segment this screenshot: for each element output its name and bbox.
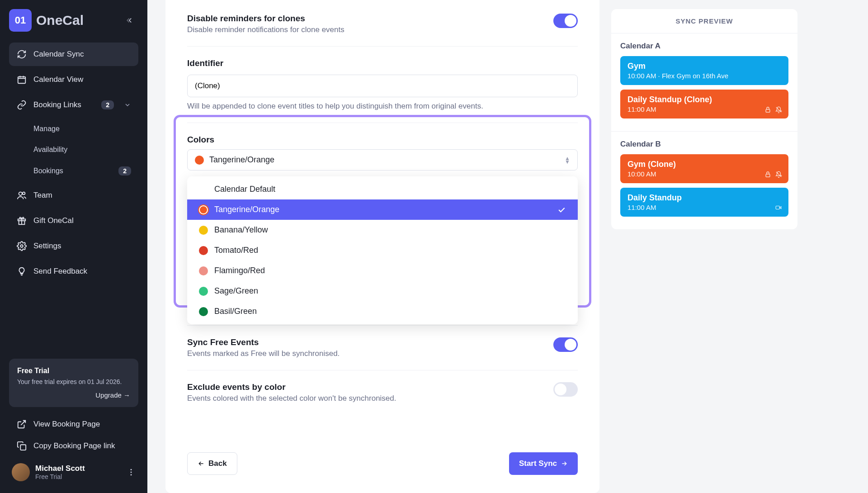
svg-rect-0	[18, 77, 26, 84]
calendar-name: Calendar A	[616, 40, 793, 56]
color-swatch-icon	[199, 266, 208, 275]
svg-point-2	[23, 192, 25, 195]
logo-badge: 01	[9, 9, 32, 32]
nav-label: View Booking Page	[33, 420, 100, 429]
setting-desc: Events colored with the selected color w…	[187, 394, 396, 403]
event-title: Gym (Clone)	[627, 160, 781, 169]
selected-color-label: Tangerine/Orange	[209, 155, 274, 165]
nav-badge: 2	[101, 100, 114, 109]
trial-text: Your free trial expires on 01 Jul 2026.	[17, 378, 130, 387]
color-option-label: Sage/Green	[214, 286, 258, 296]
color-dropdown[interactable]: Calendar DefaultTangerine/OrangeBanana/Y…	[187, 176, 578, 324]
event-icons	[775, 204, 782, 211]
svg-rect-10	[766, 109, 770, 112]
back-button[interactable]: Back	[187, 452, 237, 475]
start-sync-button[interactable]: Start Sync	[509, 452, 578, 475]
svg-point-1	[19, 192, 22, 195]
nav-settings[interactable]: Settings	[9, 234, 138, 258]
subnav-manage[interactable]: Manage	[9, 119, 138, 139]
preview-calendar-a: Calendar A Gym10:00 AM · Flex Gym on 16t…	[611, 33, 797, 132]
user-name: Michael Scott	[35, 464, 85, 473]
setting-sync-free: Sync Free Events Events marked as Free w…	[187, 325, 578, 370]
setting-exclude-color: Exclude events by color Events colored w…	[187, 370, 578, 415]
sync-preview: SYNC PREVIEW Calendar A Gym10:00 AM · Fl…	[611, 9, 797, 229]
sidebar: 01 OneCal Calendar Sync Calendar View Bo…	[0, 0, 147, 493]
collapse-sidebar-button[interactable]	[122, 12, 138, 28]
bell-off-icon	[775, 106, 782, 113]
nav-team[interactable]: Team	[9, 184, 138, 207]
back-label: Back	[208, 459, 227, 468]
setting-title: Sync Free Events	[187, 337, 340, 347]
toggle-exclude-color[interactable]	[553, 382, 578, 397]
color-option[interactable]: Tangerine/Orange	[187, 199, 578, 220]
event-card: Daily Standup (Clone)11:00 AM	[620, 90, 788, 119]
color-option[interactable]: Flamingo/Red	[187, 261, 578, 281]
event-card: Daily Standup11:00 AM	[620, 188, 788, 217]
nav-label: Booking Links	[33, 100, 81, 109]
color-option[interactable]: Sage/Green	[187, 281, 578, 301]
logo[interactable]: 01 OneCal	[9, 9, 84, 32]
trial-card: Free Trial Your free trial expires on 01…	[9, 359, 138, 407]
setting-title: Identifier	[187, 58, 578, 68]
preview-title: SYNC PREVIEW	[611, 9, 797, 33]
primary-nav: Calendar Sync Calendar View Booking Link…	[9, 43, 138, 283]
color-option[interactable]: Banana/Yellow	[187, 220, 578, 240]
event-title: Daily Standup (Clone)	[627, 95, 781, 104]
user-menu[interactable]: Michael Scott Free Trial	[9, 457, 138, 484]
nav-label: Settings	[33, 242, 61, 251]
nav-label: Bookings	[33, 167, 63, 175]
setting-desc: Disable reminder notifications for clone…	[187, 25, 344, 34]
svg-rect-12	[766, 174, 770, 176]
select-arrows-icon: ▲▼	[565, 156, 570, 164]
nav-feedback[interactable]: Send Feedback	[9, 260, 138, 283]
event-title: Gym	[627, 62, 781, 71]
setting-title: Exclude events by color	[187, 382, 396, 392]
color-option[interactable]: Tomato/Red	[187, 240, 578, 261]
color-option-label: Banana/Yellow	[214, 225, 268, 235]
color-option[interactable]: Basil/Green	[187, 301, 578, 322]
color-swatch-icon	[199, 307, 208, 316]
nav-booking-links[interactable]: Booking Links 2	[9, 93, 138, 117]
preview-calendar-b: Calendar B Gym (Clone)10:00 AMDaily Stan…	[611, 132, 797, 229]
event-icons	[764, 106, 782, 113]
video-icon	[775, 204, 782, 211]
svg-point-9	[131, 474, 132, 475]
nav-label: Send Feedback	[33, 267, 87, 276]
upgrade-link[interactable]: Upgrade →	[95, 391, 130, 399]
subnav-bookings[interactable]: Bookings2	[9, 160, 138, 182]
toggle-disable-reminders[interactable]	[553, 14, 578, 28]
setting-disable-reminders: Disable reminders for clones Disable rem…	[187, 9, 578, 46]
more-icon[interactable]	[127, 468, 136, 477]
subnav-availability[interactable]: Availability	[9, 139, 138, 160]
identifier-input[interactable]	[187, 75, 578, 97]
nav-label: Team	[33, 191, 52, 200]
nav-calendar-view[interactable]: Calendar View	[9, 68, 138, 91]
lock-icon	[764, 106, 771, 113]
calendar-name: Calendar B	[616, 138, 793, 154]
color-option-label: Calendar Default	[214, 185, 275, 194]
copy-booking-link[interactable]: Copy Booking Page link	[9, 435, 138, 457]
event-meta: 10:00 AM	[627, 170, 781, 178]
booking-subnav: Manage Availability Bookings2	[9, 119, 138, 182]
color-swatch-icon	[199, 205, 208, 214]
logo-text: OneCal	[36, 13, 84, 28]
check-icon	[557, 205, 566, 214]
bell-off-icon	[775, 171, 782, 178]
settings-panel: Disable reminders for clones Disable rem…	[165, 0, 599, 493]
nav-gift[interactable]: Gift OneCal	[9, 209, 138, 232]
bottom-links: View Booking Page Copy Booking Page link	[9, 413, 138, 457]
gift-icon	[16, 215, 27, 226]
link-icon	[16, 100, 27, 110]
color-swatch-icon	[199, 246, 208, 255]
setting-title: Disable reminders for clones	[187, 14, 344, 24]
toggle-sync-free[interactable]	[553, 337, 578, 352]
start-label: Start Sync	[519, 459, 557, 468]
event-title: Daily Standup	[627, 193, 781, 203]
setting-title: Colors	[187, 135, 578, 145]
nav-label: Gift OneCal	[33, 216, 74, 225]
view-booking-page-link[interactable]: View Booking Page	[9, 413, 138, 435]
event-meta: 11:00 AM	[627, 105, 781, 113]
nav-calendar-sync[interactable]: Calendar Sync	[9, 43, 138, 66]
color-select[interactable]: Tangerine/Orange ▲▼	[187, 149, 578, 171]
color-option[interactable]: Calendar Default	[187, 179, 578, 199]
